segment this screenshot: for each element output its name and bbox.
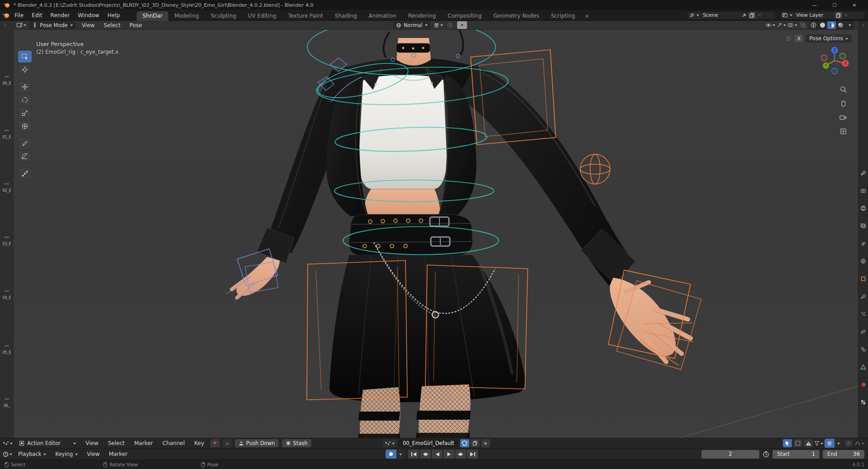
pan-hand-icon[interactable] <box>838 98 848 108</box>
menu-render[interactable]: Render <box>46 11 74 19</box>
viewport-menu-pose[interactable]: Pose <box>126 22 145 28</box>
browse-action-dropdown[interactable] <box>382 440 397 447</box>
auto-keying-dropdown[interactable] <box>396 450 405 459</box>
current-frame-field[interactable]: 2 <box>701 450 759 459</box>
previous-keyframe-button[interactable] <box>420 450 431 459</box>
strip-item[interactable]: 06_ <box>0 398 14 408</box>
dope-menu-key[interactable]: Key <box>191 440 207 446</box>
workspace-tab-shndar[interactable]: ShnDar <box>137 11 168 21</box>
properties-tab-scene[interactable] <box>860 241 866 246</box>
workspace-tab-modeling[interactable]: Modeling <box>168 11 205 21</box>
shading-solid-button[interactable] <box>818 21 827 29</box>
playback-menu[interactable]: Playback <box>15 450 49 458</box>
menu-window[interactable]: Window <box>74 11 103 19</box>
play-reverse-button[interactable] <box>432 450 443 459</box>
add-workspace-button[interactable]: + <box>581 12 593 21</box>
properties-tab-physics[interactable] <box>860 329 866 335</box>
jump-to-start-button[interactable] <box>408 450 419 459</box>
workspace-tab-shading[interactable]: Shading <box>329 11 363 21</box>
new-scene-button[interactable] <box>749 12 756 19</box>
menu-help[interactable]: Help <box>103 11 124 19</box>
workspace-tab-uv-editing[interactable]: UV Editing <box>242 11 282 21</box>
properties-tab-tool[interactable] <box>860 170 866 176</box>
scene-selector[interactable]: Scene ✕ <box>687 11 776 19</box>
proportional-falloff-dropdown[interactable] <box>457 21 467 29</box>
properties-tab-object[interactable] <box>860 276 866 282</box>
tool-measure[interactable] <box>18 151 32 162</box>
unlink-action-button[interactable]: ✕ <box>481 439 490 447</box>
strip-item[interactable]: 00_E <box>0 76 14 85</box>
close-button[interactable]: ✕ <box>844 0 864 10</box>
properties-tab-object-data[interactable] <box>860 364 866 370</box>
start-frame-field[interactable]: Start 1 <box>773 450 820 459</box>
keying-menu[interactable]: Keying <box>52 450 81 458</box>
proportional-edit-toggle[interactable] <box>844 439 853 447</box>
move-action-up-button[interactable] <box>223 439 232 447</box>
xray-toggle[interactable] <box>799 21 807 29</box>
mirror-x-toggle[interactable]: X <box>795 35 803 42</box>
falloff-dropdown[interactable] <box>854 440 864 447</box>
strip-item[interactable]: 04_E <box>0 290 14 300</box>
transform-orientation-dropdown[interactable]: Normal <box>393 21 431 29</box>
scene-3d[interactable] <box>14 30 858 438</box>
tool-rotate[interactable] <box>18 94 32 106</box>
snap-toggle[interactable] <box>825 439 835 448</box>
viewport-3d[interactable]: User Perspective (2) EmoGirl_rig : c_eye… <box>14 30 858 438</box>
properties-tab-render[interactable] <box>860 188 866 194</box>
strip-item[interactable]: 03_E <box>0 237 14 246</box>
properties-tab-constraints[interactable] <box>860 346 866 352</box>
workspace-tab-texture-paint[interactable]: Texture Paint <box>282 11 329 21</box>
dope-menu-marker[interactable]: Marker <box>131 440 156 446</box>
only-selected-toggle[interactable] <box>783 439 792 447</box>
timeline-menu-view[interactable]: View <box>84 451 103 457</box>
rig-sphere-empty[interactable] <box>580 154 610 184</box>
tool-scale[interactable] <box>18 107 32 119</box>
tool-select-box[interactable] <box>18 51 32 62</box>
dope-menu-channel[interactable]: Channel <box>159 440 188 446</box>
gizmos-dropdown[interactable] <box>777 21 786 29</box>
tool-transform[interactable] <box>18 120 32 132</box>
push-down-button[interactable]: Push Down <box>235 439 279 447</box>
dope-menu-select[interactable]: Select <box>105 440 128 446</box>
fake-user-toggle[interactable] <box>460 439 469 447</box>
strip-item[interactable]: 01_E <box>0 130 14 139</box>
editor-mode-dropdown[interactable]: Action Editor <box>16 440 79 447</box>
menu-edit[interactable]: Edit <box>28 11 46 19</box>
minimize-button[interactable]: — <box>805 0 825 10</box>
dope-editor-type-button[interactable] <box>3 440 13 447</box>
properties-tab-world[interactable] <box>860 258 866 264</box>
workspace-tab-compositing[interactable]: Compositing <box>442 11 487 21</box>
viewport-menu-select[interactable]: Select <box>100 22 124 28</box>
editor-type-button[interactable] <box>16 21 26 29</box>
marquee-filter-icon[interactable] <box>793 439 802 447</box>
move-action-down-button[interactable] <box>210 439 219 447</box>
show-errors-toggle[interactable] <box>804 439 813 447</box>
workspace-tab-scripting[interactable]: Scripting <box>545 11 581 21</box>
camera-view-icon[interactable] <box>838 112 848 122</box>
shading-rendered-button[interactable] <box>836 21 845 29</box>
mode-dropdown[interactable]: Pose Mode <box>29 21 76 29</box>
properties-tab-modifiers[interactable] <box>860 294 866 299</box>
proportional-editing-icon[interactable] <box>446 21 454 29</box>
shading-wireframe-button[interactable] <box>809 21 818 29</box>
strip-item[interactable]: 05_E <box>0 345 14 355</box>
workspace-tab-sculpting[interactable]: Sculpting <box>205 11 242 21</box>
new-view-layer-button[interactable] <box>835 12 842 19</box>
snap-dropdown[interactable] <box>434 21 443 29</box>
use-preview-range-icon[interactable] <box>763 451 769 458</box>
tool-cursor[interactable] <box>18 64 32 76</box>
strip-item[interactable]: 02_E <box>0 183 14 193</box>
collapse-strip-icon[interactable]: ‹ <box>863 23 864 28</box>
properties-tab-texture[interactable] <box>860 399 866 405</box>
properties-tab-view-layer[interactable] <box>860 223 866 229</box>
workspace-tab-geometry-nodes[interactable]: Geometry Nodes <box>487 11 545 21</box>
end-frame-field[interactable]: End 36 <box>823 450 864 459</box>
timeline-menu-marker[interactable]: Marker <box>105 451 130 457</box>
workspace-tab-animation[interactable]: Animation <box>363 11 402 21</box>
maximize-button[interactable]: ☐ <box>825 0 844 10</box>
next-keyframe-button[interactable] <box>455 450 466 459</box>
new-action-button[interactable] <box>471 439 480 447</box>
dope-menu-view[interactable]: View <box>82 440 101 446</box>
filter-dropdown[interactable] <box>814 440 823 447</box>
jump-to-end-button[interactable] <box>467 450 478 459</box>
